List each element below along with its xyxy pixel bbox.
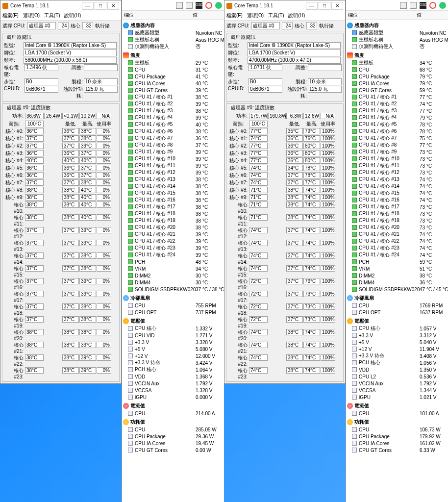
sensor-line[interactable]: +5 V5.080 V — [123, 346, 223, 352]
sensor-line[interactable]: CPU #1 / 核心 #1773 °C — [347, 203, 447, 210]
sensor-line[interactable]: iGPU1.021 V — [347, 394, 447, 401]
osd-icon[interactable]: OSD — [420, 2, 426, 9]
sensor-line[interactable]: PCH 核心1.056 V — [347, 359, 447, 366]
sensor-line[interactable]: CPU #1 / 核心 #1438 °C — [123, 183, 223, 190]
sensor-line[interactable]: 主機板名稱Asus ROG M… — [347, 36, 447, 43]
fan-header[interactable]: 冷卻風扇 — [347, 294, 447, 302]
maximize-button[interactable]: □ — [95, 2, 106, 10]
sensor-line[interactable]: CPU Package41 °C — [123, 73, 223, 80]
sensor-line[interactable]: VCCIN Aux1.792 V — [347, 380, 447, 387]
sensor-line[interactable]: CPU #1 / 核心 #1474 °C — [347, 183, 447, 190]
sensor-line[interactable]: CPU #1 / 核心 #338 °C — [123, 107, 223, 114]
sensor-line[interactable]: CPU OPT737 RPM — [123, 309, 223, 316]
sensor-line[interactable]: CPU214.00 A — [123, 410, 223, 417]
sensor-line[interactable]: 感應器類型Nuvoton NC — [123, 29, 223, 36]
sensor-line[interactable]: VCCIN Aux1.792 V — [123, 380, 223, 387]
cpu-select[interactable] — [27, 22, 56, 29]
sensor-line[interactable]: CPU #1 / 核心 #877 °C — [347, 142, 447, 149]
sensor-line[interactable]: CPU L20.536 V — [347, 373, 447, 380]
sensor-line[interactable]: CPU #1 / 核心 #2038 °C — [123, 224, 223, 231]
minimize-button[interactable]: — — [306, 2, 318, 10]
sensor-line[interactable]: CPU #1 / 核心 #540 °C — [123, 121, 223, 128]
sensor-line[interactable]: PCH59 °C — [347, 258, 447, 265]
sensor-line[interactable]: +3.3 V 待命3.408 V — [347, 352, 447, 359]
cores-count[interactable] — [58, 22, 69, 29]
sensor-line[interactable]: VDD1.368 V — [123, 373, 223, 380]
sensor-line[interactable]: +5 V5.040 V — [347, 339, 447, 346]
sensor-line[interactable]: CPU IA Cores161.02 W — [347, 440, 447, 447]
menu-file[interactable]: 檔案(F) — [226, 13, 243, 18]
sensor-line[interactable]: 感應器類型Nuvoton NC — [347, 29, 447, 36]
titlebar[interactable]: Core Temp 1.18.1 — □ ✕ — [0, 0, 121, 11]
temp-header[interactable]: 溫度 — [123, 51, 223, 59]
fan-header[interactable]: 冷卻風扇 — [123, 294, 223, 302]
sensor-line[interactable]: CPU Package29.36 W — [123, 433, 223, 440]
sensor-line[interactable]: +3.3 V3.328 V — [123, 339, 223, 346]
sensor-line[interactable]: CPU #1 / 核心 #1173 °C — [347, 162, 447, 169]
sensor-line[interactable]: VCCSA1.344 V — [347, 387, 447, 394]
sensor-line[interactable]: VCCSA1.328 V — [123, 387, 223, 394]
minimize-button[interactable]: — — [82, 2, 94, 10]
sensor-line[interactable]: CPU #1 / 核心 #1338 °C — [123, 176, 223, 183]
sensor-line[interactable]: CPU GT Cores59 °C — [347, 87, 447, 94]
sensor-line[interactable]: CPU #1 / 核心 #2374 °C — [347, 245, 447, 251]
cores-count[interactable] — [282, 22, 293, 29]
sensor-line[interactable]: CPU #1 / 核心 #2174 °C — [347, 231, 447, 238]
threads-count[interactable] — [306, 22, 317, 29]
sensor-line[interactable]: DIMM230 °C — [123, 272, 223, 279]
sensor-line[interactable]: CPU OPT1637 RPM — [347, 309, 447, 316]
sensor-line[interactable]: PCH48 °C — [123, 258, 223, 265]
sensor-line[interactable]: CPU #1 / 核心 #1838 °C — [123, 210, 223, 217]
sensor-line[interactable]: DIMM238 °C — [347, 272, 447, 279]
status-icon[interactable] — [215, 2, 222, 9]
person-icon[interactable] — [176, 2, 183, 9]
amp-header[interactable]: 電流值 — [347, 402, 447, 410]
lock-icon[interactable] — [186, 2, 193, 9]
sensor-line[interactable]: CPU #1 / 核心 #736 °C — [123, 135, 223, 142]
record-icon[interactable] — [429, 2, 436, 9]
sensor-line[interactable]: CPU #1 / 核心 #479 °C — [347, 114, 447, 121]
pow-header[interactable]: 功耗值 — [347, 418, 447, 426]
amp-header[interactable]: 電流值 — [123, 402, 223, 410]
sensor-line[interactable]: CPU #1 / 核心 #439 °C — [123, 114, 223, 121]
sensor-line[interactable]: CPU #1 / 核心 #973 °C — [347, 149, 447, 155]
sensor-line[interactable]: CPU #1 / 核心 #2439 °C — [123, 251, 223, 258]
sensor-line[interactable]: CPU #1 / 核心 #939 °C — [123, 149, 223, 155]
titlebar[interactable]: Core Temp 1.18.1 — □ ✕ — [224, 0, 345, 11]
sensor-line[interactable]: SOLIDIGM SSDPFKKW020X747 °C / 45 °C — [347, 286, 447, 293]
sensor-line[interactable]: +12 V12.000 V — [123, 352, 223, 359]
sensor-line[interactable]: CPU GT Cores0.00 W — [123, 447, 223, 453]
sensor-line[interactable]: PCH 核心1.064 V — [123, 366, 223, 373]
close-button[interactable]: ✕ — [331, 2, 343, 10]
sensor-line[interactable]: CPU #1 / 核心 #1738 °C — [123, 203, 223, 210]
sensor-line[interactable]: CPU IA Cores40 °C — [123, 80, 223, 87]
sensor-line[interactable]: CPU Package79 °C — [347, 73, 447, 80]
sensor-line[interactable]: CPU #1 / 核心 #2474 °C — [347, 251, 447, 258]
sensor-line[interactable]: 主機板29 °C — [123, 59, 223, 66]
sensor-line[interactable]: 主機板名稱Asus ROG M… — [123, 36, 223, 43]
sensor-line[interactable]: CPU GT Cores6.33 W — [347, 447, 447, 453]
sensor-line[interactable]: CPU Package179.92 W — [347, 433, 447, 440]
status-icon[interactable] — [439, 2, 446, 9]
sensor-line[interactable]: CPU #1 / 核心 #1873 °C — [347, 210, 447, 217]
sensor-line[interactable]: CPU #1 / 核心 #1039 °C — [123, 155, 223, 162]
sensor-line[interactable]: 偵測到機箱侵入否 — [123, 43, 223, 50]
sensor-line[interactable]: CPU #1 / 核心 #1073 °C — [347, 155, 447, 162]
sensor-line[interactable]: DIMM430 °C — [123, 279, 223, 286]
close-button[interactable]: ✕ — [107, 2, 119, 10]
sensor-line[interactable]: VRM34 °C — [123, 265, 223, 272]
sensor-line[interactable]: CPU #1 / 核心 #2139 °C — [123, 231, 223, 238]
sensor-line[interactable]: CPU #1 / 核心 #2274 °C — [347, 238, 447, 245]
menu-options[interactable]: 選項(O) — [247, 13, 264, 18]
sensor-line[interactable]: DIMM436 °C — [347, 279, 447, 286]
sensor-line[interactable]: CPU31 °C — [123, 66, 223, 73]
record-icon[interactable] — [205, 2, 212, 9]
sensor-line[interactable]: CPU106.73 W — [347, 426, 447, 433]
sensor-line[interactable]: 偵測到機箱侵入否 — [347, 43, 447, 50]
sensor-line[interactable]: CPU #1 / 核心 #239 °C — [123, 100, 223, 107]
menu-help[interactable]: 說明(H) — [288, 13, 305, 18]
sensor-line[interactable]: CPU #1 / 核心 #1139 °C — [123, 162, 223, 169]
sensor-line[interactable]: CPU #1 / 核心 #1239 °C — [123, 169, 223, 176]
sensor-line[interactable]: CPU #1 / 核心 #1674 °C — [347, 197, 447, 203]
sensor-line[interactable]: 主機板34 °C — [347, 59, 447, 66]
